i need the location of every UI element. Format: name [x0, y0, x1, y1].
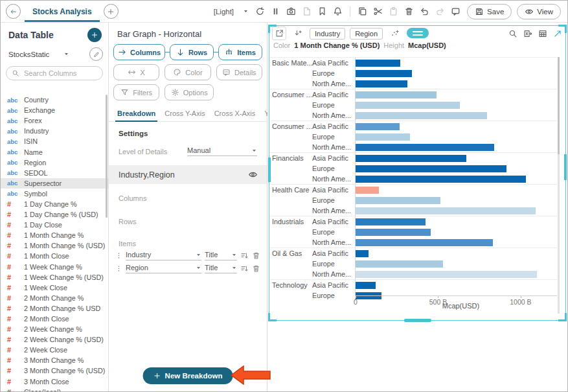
table-view-icon[interactable]: [538, 29, 547, 38]
theme-select[interactable]: [Light]: [214, 8, 249, 16]
back-button[interactable]: [6, 4, 21, 19]
column-item-3-month-close[interactable]: #3 Month Close: [1, 376, 108, 387]
refresh-icon[interactable]: [255, 6, 265, 16]
item-field-select[interactable]: Region: [126, 264, 201, 273]
column-item-1-day-close[interactable]: #1 Day Close: [1, 220, 108, 230]
tab-cross-y-axis[interactable]: Cross Y-Axis: [160, 107, 209, 121]
notifications-icon[interactable]: [333, 6, 343, 16]
item-field-select[interactable]: Industry: [126, 251, 201, 260]
selection-corner-handle[interactable]: [268, 313, 277, 321]
column-item-1-week-close[interactable]: #1 Week Close: [1, 282, 108, 293]
column-item-close-local-[interactable]: #Close(local): [1, 387, 108, 391]
copy-icon[interactable]: [358, 6, 367, 16]
breakdown-row[interactable]: Industry,Region: [109, 165, 267, 184]
view-button[interactable]: View: [517, 4, 561, 19]
bar-oilgas-asiapacific[interactable]: [356, 250, 369, 257]
popout-button[interactable]: [272, 27, 286, 40]
undo-icon[interactable]: [420, 6, 429, 16]
zone-items-button[interactable]: Items: [218, 44, 262, 60]
column-item-1-week-change-[interactable]: #1 Week Change %: [1, 262, 108, 272]
table-select[interactable]: StocksStatic: [8, 51, 87, 58]
column-item-country[interactable]: abcCountry: [1, 95, 108, 105]
sort-icon[interactable]: [240, 264, 249, 273]
bar-consumer-northame[interactable]: [356, 112, 487, 119]
column-item-2-month-change-usd[interactable]: #2 Month Change % USD: [1, 303, 108, 314]
item-mode-select[interactable]: Title: [205, 251, 237, 260]
column-item-3-month-change-[interactable]: #3 Month Change %: [1, 355, 108, 365]
column-item-1-week-change-usd-[interactable]: #1 Week Change % (USD): [1, 272, 108, 282]
sidebar-scrollbar[interactable]: [106, 95, 108, 218]
bar-financials-asiapacific[interactable]: [356, 155, 466, 162]
zone-rows-button[interactable]: Rows: [170, 44, 214, 60]
column-item-2-month-close[interactable]: #2 Month Close: [1, 314, 108, 324]
column-item-1-month-change-[interactable]: #1 Month Change %: [1, 230, 108, 240]
trash-icon[interactable]: [252, 251, 260, 260]
column-item-1-day-change-[interactable]: #1 Day Change %: [1, 199, 108, 209]
delete-icon[interactable]: [404, 6, 414, 16]
tab-breakdown[interactable]: Breakdown: [113, 107, 160, 121]
bar-financials-northame[interactable]: [356, 176, 526, 183]
column-item-2-week-close[interactable]: #2 Week Close: [1, 345, 108, 355]
column-item-3-month-change-usd-[interactable]: #3 Month Change % (USD): [1, 365, 108, 376]
bar-healthcare-asiapacific[interactable]: [356, 187, 379, 194]
zone-details-button[interactable]: Details: [216, 64, 262, 80]
sort-icon[interactable]: [240, 251, 249, 260]
column-item-industry[interactable]: abcIndustry: [1, 126, 108, 136]
bar-industrials-asiapacific[interactable]: [356, 218, 426, 225]
snapshot-icon[interactable]: [286, 6, 296, 16]
pause-icon[interactable]: [271, 6, 280, 16]
bar-consumer-europe[interactable]: [356, 102, 460, 109]
bar-consumer-asiapacific[interactable]: [356, 123, 400, 130]
bar-industrials-northame[interactable]: [356, 239, 493, 246]
bar-oilgas-europe[interactable]: [356, 260, 443, 268]
zone-columns-button[interactable]: Columns: [113, 44, 165, 60]
bar-healthcare-europe[interactable]: [356, 197, 440, 204]
column-item-region[interactable]: abcRegion: [1, 157, 108, 168]
level-of-details-select[interactable]: Manual: [187, 146, 257, 156]
options-button[interactable]: Options: [165, 84, 214, 100]
selection-bottom-handle[interactable]: [404, 319, 431, 322]
item-mode-select[interactable]: Title: [205, 264, 237, 273]
bookmark-icon[interactable]: [317, 6, 327, 16]
zone-x-button[interactable]: X: [113, 64, 159, 80]
save-button[interactable]: Save: [467, 4, 512, 19]
comment-icon[interactable]: [451, 6, 460, 16]
filters-button[interactable]: Filters: [113, 84, 159, 100]
add-scatter-button[interactable]: [387, 27, 402, 40]
cut-icon[interactable]: [373, 6, 383, 16]
trash-icon[interactable]: [252, 264, 260, 273]
new-breakdown-button[interactable]: New Breakdown: [143, 367, 233, 384]
edit-table-button[interactable]: [89, 47, 103, 61]
column-item-1-month-close[interactable]: #1 Month Close: [1, 251, 108, 261]
column-item-sedol[interactable]: abcSEDOL: [1, 168, 108, 178]
add-tab-button[interactable]: [104, 4, 119, 19]
add-data-table-button[interactable]: [87, 28, 102, 42]
column-item-2-month-change-[interactable]: #2 Month Change %: [1, 293, 108, 303]
bar-basicmate-europe[interactable]: [356, 70, 412, 77]
bar-industrials-europe[interactable]: [356, 229, 431, 236]
drag-handle-icon[interactable]: [115, 251, 122, 260]
bar-technology-asiapacific[interactable]: [356, 282, 376, 289]
column-item-supersector[interactable]: abcSupersector: [1, 178, 108, 189]
maximize-icon[interactable]: [553, 29, 562, 38]
selection-corner-handle[interactable]: [558, 313, 567, 321]
bar-consumer-europe[interactable]: [356, 133, 410, 141]
tab-cross-x-axis[interactable]: Cross X-Axis: [210, 107, 260, 121]
bar-basicmate-asiapacific[interactable]: [356, 60, 400, 67]
bar-oilgas-northame[interactable]: [356, 271, 537, 278]
breakdown-chip-industry[interactable]: Industry: [310, 28, 345, 40]
selection-right-handle[interactable]: [564, 154, 567, 180]
column-item-name[interactable]: abcName: [1, 146, 108, 157]
bar-consumer-northame[interactable]: [356, 144, 494, 151]
chart-menu-button[interactable]: [407, 28, 429, 38]
column-item-2-week-change-usd-[interactable]: #2 Week Change % (USD): [1, 334, 108, 345]
column-item-symbol[interactable]: abcSymbol: [1, 189, 108, 199]
chart-scrollbar-thumb[interactable]: [558, 57, 560, 154]
column-item-1-day-change-usd-[interactable]: #1 Day Change % (USD): [1, 209, 108, 220]
column-item-forex[interactable]: abcForex: [1, 115, 108, 126]
add-level-button[interactable]: [291, 27, 305, 40]
bar-basicmate-northame[interactable]: [356, 80, 407, 87]
tab-stocks-analysis[interactable]: Stocks Analysis: [21, 1, 104, 22]
bar-healthcare-northame[interactable]: [356, 207, 536, 214]
column-item-isin[interactable]: abcISIN: [1, 136, 108, 146]
